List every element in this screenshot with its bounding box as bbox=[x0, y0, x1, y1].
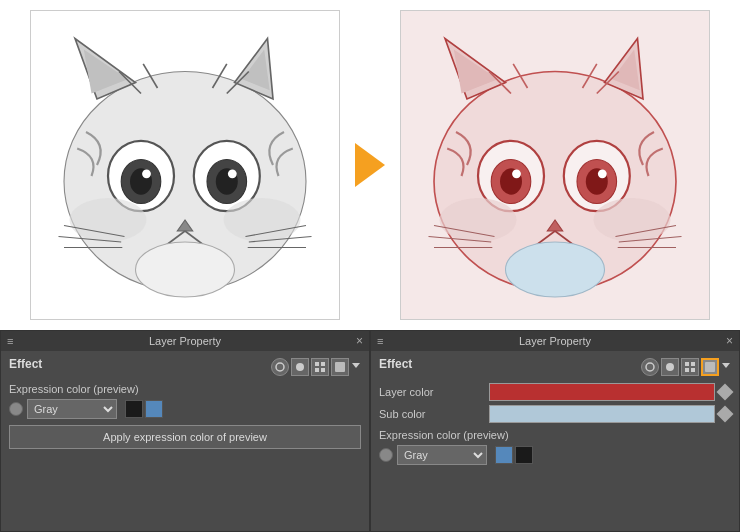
left-effect-icons bbox=[271, 358, 361, 376]
svg-marker-67 bbox=[352, 363, 360, 368]
grayscale-cat-image bbox=[31, 11, 339, 319]
svg-point-52 bbox=[594, 198, 671, 242]
right-layer-color-diamond-icon[interactable] bbox=[717, 384, 734, 401]
left-effect-label: Effect bbox=[9, 357, 42, 371]
right-panel-title: Layer Property bbox=[519, 335, 591, 347]
left-color-squares bbox=[125, 400, 163, 418]
left-gray-select[interactable]: Gray bbox=[27, 399, 117, 419]
left-effect-icon-solid[interactable] bbox=[291, 358, 309, 376]
right-effect-section-header: Effect bbox=[379, 357, 731, 377]
right-gray-dropdown-row: Gray bbox=[379, 445, 731, 465]
svg-marker-75 bbox=[722, 363, 730, 368]
right-expression-color-label: Expression color (preview) bbox=[379, 429, 509, 441]
right-effect-icon-square-active[interactable] bbox=[701, 358, 719, 376]
right-layer-color-bar[interactable] bbox=[489, 383, 715, 401]
svg-rect-66 bbox=[335, 362, 345, 372]
left-panel-body: Effect bbox=[1, 351, 369, 455]
arrow-container bbox=[340, 143, 400, 187]
svg-rect-62 bbox=[315, 362, 319, 366]
svg-rect-73 bbox=[691, 368, 695, 372]
left-black-color-square[interactable] bbox=[125, 400, 143, 418]
svg-rect-72 bbox=[685, 368, 689, 372]
color-cat-image bbox=[401, 11, 709, 319]
svg-point-47 bbox=[598, 169, 607, 178]
right-color-squares bbox=[495, 446, 533, 464]
svg-point-22 bbox=[224, 198, 301, 242]
svg-point-60 bbox=[276, 363, 284, 371]
svg-point-68 bbox=[646, 363, 654, 371]
right-sub-color-label: Sub color bbox=[379, 408, 489, 420]
right-layer-color-row: Layer color bbox=[379, 383, 731, 401]
left-panel-menu-icon[interactable]: ≡ bbox=[7, 335, 13, 347]
left-effect-icon-square[interactable] bbox=[331, 358, 349, 376]
top-section bbox=[0, 0, 740, 330]
right-effect-label: Effect bbox=[379, 357, 412, 371]
left-blue-color-square[interactable] bbox=[145, 400, 163, 418]
left-expression-color-row: Expression color (preview) bbox=[9, 383, 361, 395]
right-effect-icon-circle[interactable] bbox=[641, 358, 659, 376]
right-effect-icons bbox=[641, 358, 731, 376]
right-layer-color-label: Layer color bbox=[379, 386, 489, 398]
svg-rect-63 bbox=[321, 362, 325, 366]
svg-rect-74 bbox=[705, 362, 715, 372]
svg-point-23 bbox=[136, 242, 235, 297]
grayscale-cat-panel bbox=[30, 10, 340, 320]
next-arrow-icon bbox=[355, 143, 385, 187]
right-gray-select[interactable]: Gray bbox=[397, 445, 487, 465]
right-black-color-square[interactable] bbox=[515, 446, 533, 464]
left-panel-title-bar: ≡ Layer Property × bbox=[1, 331, 369, 351]
right-layer-property-panel: ≡ Layer Property × Effect bbox=[370, 330, 740, 532]
right-sub-color-bar[interactable] bbox=[489, 405, 715, 423]
left-gray-dropdown-row: Gray bbox=[9, 399, 361, 419]
svg-rect-64 bbox=[315, 368, 319, 372]
svg-point-69 bbox=[666, 363, 674, 371]
left-effect-icon-circle[interactable] bbox=[271, 358, 289, 376]
left-panel-close-button[interactable]: × bbox=[356, 334, 363, 348]
svg-rect-65 bbox=[321, 368, 325, 372]
svg-point-21 bbox=[70, 198, 147, 242]
apply-expression-color-button[interactable]: Apply expression color of preview bbox=[9, 425, 361, 449]
right-panel-menu-icon[interactable]: ≡ bbox=[377, 335, 383, 347]
left-effect-dropdown-icon[interactable] bbox=[351, 359, 361, 376]
left-layer-property-panel: ≡ Layer Property × Effect bbox=[0, 330, 370, 532]
svg-point-61 bbox=[296, 363, 304, 371]
color-cat-panel bbox=[400, 10, 710, 320]
left-effect-section-header: Effect bbox=[9, 357, 361, 377]
svg-point-53 bbox=[506, 242, 605, 297]
right-blue-color-square[interactable] bbox=[495, 446, 513, 464]
left-panel-title: Layer Property bbox=[149, 335, 221, 347]
right-panel-title-bar: ≡ Layer Property × bbox=[371, 331, 739, 351]
svg-rect-70 bbox=[685, 362, 689, 366]
left-gray-circle-icon bbox=[9, 402, 23, 416]
svg-point-43 bbox=[512, 169, 521, 178]
svg-point-51 bbox=[440, 198, 517, 242]
right-sub-color-diamond-icon[interactable] bbox=[717, 406, 734, 423]
svg-point-13 bbox=[142, 169, 151, 178]
bottom-section: ≡ Layer Property × Effect bbox=[0, 330, 740, 532]
right-effect-icon-grid[interactable] bbox=[681, 358, 699, 376]
right-panel-close-button[interactable]: × bbox=[726, 334, 733, 348]
right-effect-dropdown-icon[interactable] bbox=[721, 359, 731, 376]
right-gray-circle-icon bbox=[379, 448, 393, 462]
svg-rect-71 bbox=[691, 362, 695, 366]
right-effect-icon-solid[interactable] bbox=[661, 358, 679, 376]
left-effect-icon-grid[interactable] bbox=[311, 358, 329, 376]
right-sub-color-row: Sub color bbox=[379, 405, 731, 423]
right-panel-body: Effect bbox=[371, 351, 739, 475]
right-expression-color-row: Expression color (preview) bbox=[379, 429, 731, 441]
svg-point-17 bbox=[228, 169, 237, 178]
left-expression-color-label: Expression color (preview) bbox=[9, 383, 139, 395]
